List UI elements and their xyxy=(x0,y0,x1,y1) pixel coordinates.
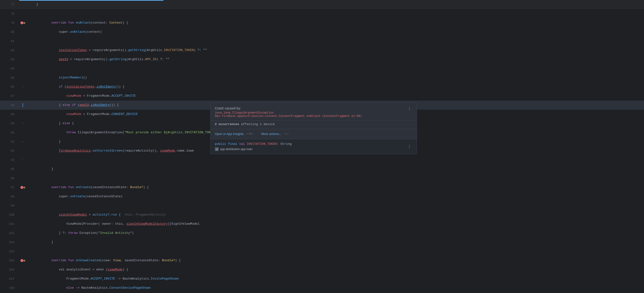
breakpoint-arrow-105: ⊕ xyxy=(23,259,25,263)
line-gutter-79: ⊕ xyxy=(19,21,26,25)
code-line-80: 80 super.onAttach(context) xyxy=(0,28,644,37)
line-gutter-88 xyxy=(19,103,26,107)
crash-title: Crash caused by: xyxy=(215,106,362,110)
line-number-90: 90 xyxy=(0,122,19,125)
line-content-77: } xyxy=(26,0,644,9)
crash-code-section: public final val INVITATION_TOKEN: Strin… xyxy=(210,139,417,154)
line-number-79: 79 xyxy=(0,21,19,25)
crash-exception-line2: dev.firebase.appdistribution.consent.Con… xyxy=(215,115,362,118)
code-line-103: 103 } xyxy=(0,238,644,247)
crash-popup: Crash caused by: java.lang.IllegalArgume… xyxy=(210,102,417,154)
progress-bar xyxy=(19,0,164,1)
package-icon: ▤ xyxy=(215,147,219,151)
package-name: app-distribution.app.main xyxy=(220,147,252,151)
line-number-86: 86 xyxy=(0,85,19,89)
line-gutter-97: ⊕ xyxy=(19,185,26,190)
crash-popup-menu-top[interactable]: ⋮ xyxy=(406,106,412,111)
line-gutter-105: ⊕ xyxy=(19,259,26,263)
line-number-88: 88 xyxy=(0,103,19,107)
line-number-104: 104 xyxy=(0,250,19,253)
shortcut2: ⌥↩ xyxy=(284,132,289,135)
shortcut1: ⌥⌘↩ xyxy=(246,132,254,135)
crash-popup-content: Crash caused by: java.lang.IllegalArgume… xyxy=(215,106,362,118)
line-number-80: 80 xyxy=(0,30,19,34)
line-number-106: 106 xyxy=(0,268,19,271)
breakpoint-arrow-79: ⊕ xyxy=(23,21,25,25)
crash-package-info: ▤ app-distribution.app.main xyxy=(215,147,292,151)
line-number-95: 95 xyxy=(0,167,19,171)
line-number-102: 102 xyxy=(0,231,19,235)
code-line-83: 83 appId = requireArguments().getString(… xyxy=(0,55,644,64)
breakpoint-icon-105 xyxy=(20,259,23,262)
line-number-91: 91 xyxy=(0,131,19,134)
crash-occurrences-count: 2 occurrences xyxy=(215,122,239,126)
line-number-83: 83 xyxy=(0,58,19,61)
code-area: 77 } 78 79 ⊕ override fun onAttach(conte… xyxy=(0,0,644,293)
line-number-85: 85 xyxy=(0,76,19,80)
line-number-77: 77 xyxy=(0,3,19,7)
crash-exception-line1: java.lang.IllegalArgumentException xyxy=(215,111,362,115)
code-line-98: 98 super.onCreate(savedInstanceState) xyxy=(0,192,644,201)
line-number-89: 89 xyxy=(0,113,19,116)
fold-icon-92: ▾ xyxy=(22,140,24,143)
line-number-107: 107 xyxy=(0,277,19,281)
crash-code-line: public final val INVITATION_TOKEN: Strin… xyxy=(215,142,292,146)
code-line-95: 95 } xyxy=(0,165,644,174)
line-number-108: 108 xyxy=(0,286,19,290)
line-gutter-92: ▾ xyxy=(19,140,26,143)
editor-container: 77 } 78 79 ⊕ override fun onAttach(conte… xyxy=(0,0,644,293)
line-number-87: 87 xyxy=(0,94,19,98)
crash-popup-menu-bottom[interactable]: ⋮ xyxy=(406,144,412,149)
cursor-88 xyxy=(22,103,23,107)
crash-occurrences-text: 2 occurrences affecting 1 device xyxy=(215,122,275,126)
line-number-96: 96 xyxy=(0,177,19,180)
line-number-101: 101 xyxy=(0,222,19,226)
breakpoint-icon-79 xyxy=(20,22,23,24)
code-line-77: 77 } xyxy=(0,0,644,9)
crash-occurrences-row: 2 occurrences affecting 1 device xyxy=(210,120,417,129)
line-number-93: 93 xyxy=(0,149,19,153)
line-number-98: 98 xyxy=(0,195,19,198)
line-number-82: 82 xyxy=(0,49,19,52)
crash-popup-header: Crash caused by: java.lang.IllegalArgume… xyxy=(210,103,417,120)
line-number-100: 100 xyxy=(0,213,19,217)
line-gutter-94: ▾ xyxy=(19,159,26,161)
line-number-99: 99 xyxy=(0,204,19,208)
line-number-78: 78 xyxy=(0,12,19,16)
line-number-97: 97 xyxy=(0,186,19,189)
open-in-app-insights-link[interactable]: Open in App Insights xyxy=(215,132,244,136)
line-content-109: } xyxy=(26,283,644,293)
line-number-94: 94 xyxy=(0,158,19,162)
crash-links-row: Open in App Insights ⌥⌘↩ More actions...… xyxy=(210,129,417,139)
line-number-105: 105 xyxy=(0,259,19,262)
fold-icon-86: ▾ xyxy=(22,85,24,88)
breakpoint-arrow-97: ⊕ xyxy=(23,185,25,190)
fold-icon-90: ▾ xyxy=(22,122,24,125)
line-number-84: 84 xyxy=(0,67,19,71)
line-number-81: 81 xyxy=(0,40,19,43)
line-number-92: 92 xyxy=(0,140,19,144)
line-gutter-90: ▾ xyxy=(19,122,26,125)
crash-device-count: 1 device xyxy=(260,122,275,126)
more-actions-link[interactable]: More actions... xyxy=(261,132,282,136)
breakpoint-icon-97 xyxy=(20,186,23,189)
line-gutter-86: ▾ xyxy=(19,85,26,88)
line-number-103: 103 xyxy=(0,240,19,244)
fold-icon-94: ▾ xyxy=(22,159,24,161)
crash-occurrences-suffix: affecting xyxy=(241,122,260,126)
crash-code-content: public final val INVITATION_TOKEN: Strin… xyxy=(215,142,292,151)
